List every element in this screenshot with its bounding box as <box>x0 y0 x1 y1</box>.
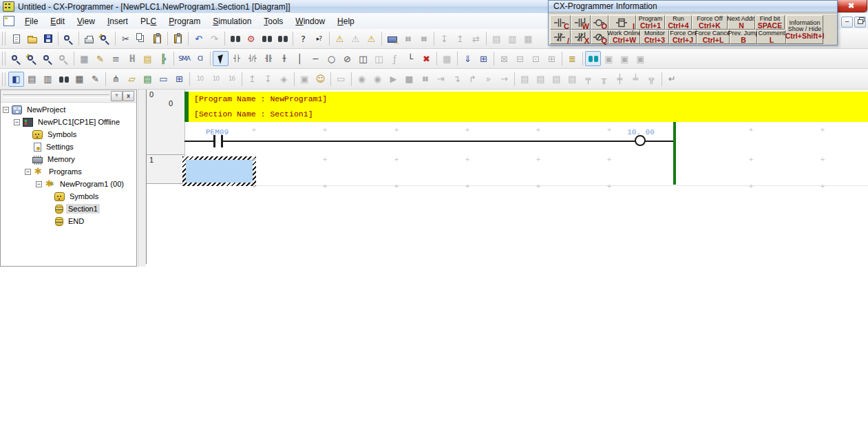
context-help-button[interactable]: ▸? <box>311 31 327 46</box>
menu-window[interactable]: Window <box>289 15 331 28</box>
menu-tools[interactable]: Tools <box>257 15 289 28</box>
tree-item-programs[interactable]: −Programs <box>1 165 136 178</box>
check-program-button[interactable]: ⚠ <box>363 31 379 46</box>
monitor-mode-toggle-button[interactable] <box>585 51 601 66</box>
toggle-output-window-button[interactable]: ▤ <box>24 72 40 87</box>
menu-simulation[interactable]: Simulation <box>207 15 257 28</box>
menu-program[interactable]: Program <box>162 15 207 28</box>
cross-reference-popup-button[interactable] <box>56 72 72 87</box>
search-document-button[interactable] <box>61 31 76 46</box>
menu-help[interactable]: Help <box>331 15 361 28</box>
new-vertical-line-button[interactable]: │ <box>292 51 308 66</box>
replace-button[interactable]: ⚙ <box>243 31 259 46</box>
new-closed-contact-button[interactable]: ┤/├ <box>244 51 260 66</box>
address-reference-tool-button[interactable]: ▦ <box>72 72 87 87</box>
select-mode-button[interactable] <box>213 51 229 66</box>
view-diagram-button[interactable]: CI <box>192 51 208 66</box>
tree-expander[interactable]: − <box>3 107 9 113</box>
monitor-in-rung-button[interactable]: ▤ <box>140 51 156 66</box>
workspace-dropdown-button[interactable]: ▼ <box>111 91 123 101</box>
new-document-button[interactable] <box>8 31 24 46</box>
symbol-tree-button[interactable]: ╠ <box>156 51 171 66</box>
new-instruction-button[interactable]: ◫ <box>355 51 371 66</box>
compile-program-button[interactable]: ⚠ <box>332 31 348 46</box>
print-button[interactable] <box>81 31 97 46</box>
line-connect-button[interactable]: └ <box>403 51 419 66</box>
output-coil[interactable] <box>635 135 646 146</box>
view-mnemonics-button[interactable]: SMA <box>176 51 192 66</box>
new-closed-or-contact-button[interactable]: ╫ <box>276 51 292 66</box>
undo-button[interactable]: ↶ <box>191 31 207 46</box>
paste-rung-button[interactable] <box>170 31 186 46</box>
coil-operand-label[interactable]: 10. 00 <box>621 128 661 136</box>
tree-item-symbols[interactable]: Symbols <box>1 190 136 203</box>
cut-button[interactable]: ✂ <box>118 31 134 46</box>
new-closed-coil-button[interactable]: ⊘ <box>339 51 355 66</box>
minimize-window-button[interactable]: – <box>841 17 853 28</box>
print-preview-button[interactable] <box>97 31 113 46</box>
show-properties-button[interactable]: ✎ <box>87 72 103 87</box>
paste-button[interactable] <box>149 31 165 46</box>
toolbar-grip[interactable] <box>2 72 6 86</box>
insert-symbol-button[interactable]: ⋔ <box>108 72 124 87</box>
menu-file[interactable]: File <box>19 15 44 28</box>
run-simulator-button[interactable]: ☺ <box>313 72 328 87</box>
new-horizontal-line-button[interactable]: ─ <box>308 51 324 66</box>
tree-item-newprogram1-00[interactable]: −NewProgram1 (00) <box>1 178 136 190</box>
tree-item-newplc1-cp1e-offline[interactable]: −NewPLC1[CP1E] Offline <box>1 116 136 128</box>
workspace-header[interactable]: ▼ x <box>1 90 136 103</box>
tree-item-settings[interactable]: Settings <box>1 141 136 153</box>
rung-annotation-list-button[interactable]: ≡ <box>108 51 124 66</box>
information-window-title-bar[interactable]: CX-Programmer Information <box>549 1 837 12</box>
find-button[interactable] <box>227 31 243 46</box>
new-coil-button[interactable]: ○ <box>324 51 339 66</box>
zoom-out-button[interactable] <box>40 51 56 66</box>
rung-1-margin[interactable]: 1 <box>147 155 184 184</box>
rung-0-margin[interactable]: 0 0 <box>147 90 184 155</box>
tree-item-symbols[interactable]: Symbols <box>1 128 136 141</box>
compare-memory-button[interactable]: ⊞ <box>476 51 491 66</box>
restore-window-button[interactable] <box>854 17 866 28</box>
comment-list-button[interactable]: ▱ <box>124 72 140 87</box>
tree-expander[interactable]: − <box>14 119 20 125</box>
zoom-in-button[interactable] <box>8 51 24 66</box>
local-symbol-table-button[interactable]: ▭ <box>156 72 171 87</box>
panel-splitter[interactable] <box>138 90 146 267</box>
close-window-button[interactable]: ✖ <box>835 0 867 12</box>
tree-item-section1[interactable]: Section1 <box>1 203 136 215</box>
ladder-editor[interactable]: 0 0 1 [Program Name : NewProgram1] [Sect… <box>146 90 868 264</box>
io-comment-view-button[interactable]: ⊞ <box>171 72 187 87</box>
toggle-project-workspace-button[interactable]: ◧ <box>8 72 24 87</box>
new-contact-button[interactable]: ┤├ <box>229 51 244 66</box>
change-all-button[interactable] <box>275 31 290 46</box>
tree-item-newproject[interactable]: −NewProject <box>1 103 136 116</box>
help-button[interactable]: ? <box>295 31 311 46</box>
watch-window-tab-button[interactable]: ≣ <box>564 51 580 66</box>
toggle-watch-window-button[interactable]: ▥ <box>40 72 56 87</box>
copy-button[interactable] <box>134 31 149 46</box>
tree-item-memory[interactable]: Memory <box>1 153 136 165</box>
toolbar-grip[interactable] <box>2 52 6 65</box>
line-delete-button[interactable]: ✖ <box>419 51 434 66</box>
transfer-program-button[interactable]: ⇓ <box>460 51 476 66</box>
open-project-button[interactable] <box>24 31 40 46</box>
tree-expander[interactable]: − <box>25 169 31 175</box>
find-replace-button[interactable] <box>259 31 275 46</box>
selected-ladder-cell[interactable] <box>182 156 256 186</box>
tree-item-end[interactable]: END <box>1 215 136 227</box>
menu-insert[interactable]: Insert <box>101 15 134 28</box>
section-list-button[interactable]: ▤ <box>140 72 156 87</box>
new-or-contact-button[interactable]: ╢╟ <box>260 51 276 66</box>
return-to-previous-button[interactable]: ↵ <box>664 72 680 87</box>
menu-view[interactable]: View <box>71 15 101 28</box>
workspace-close-button[interactable]: x <box>123 91 134 101</box>
toolbar-grip[interactable] <box>2 32 6 45</box>
comment-toggle-button[interactable]: ✎ <box>92 51 108 66</box>
io-comment-toggle-button[interactable]: ╟╢ <box>124 51 140 66</box>
work-online-simulator-button[interactable] <box>384 31 400 46</box>
menu-edit[interactable]: Edit <box>44 15 71 28</box>
grid-toggle-button[interactable]: ▦ <box>76 51 92 66</box>
save-project-button[interactable] <box>40 31 56 46</box>
zoom-to-selection-button[interactable] <box>24 51 40 66</box>
tree-expander[interactable]: − <box>36 181 42 187</box>
